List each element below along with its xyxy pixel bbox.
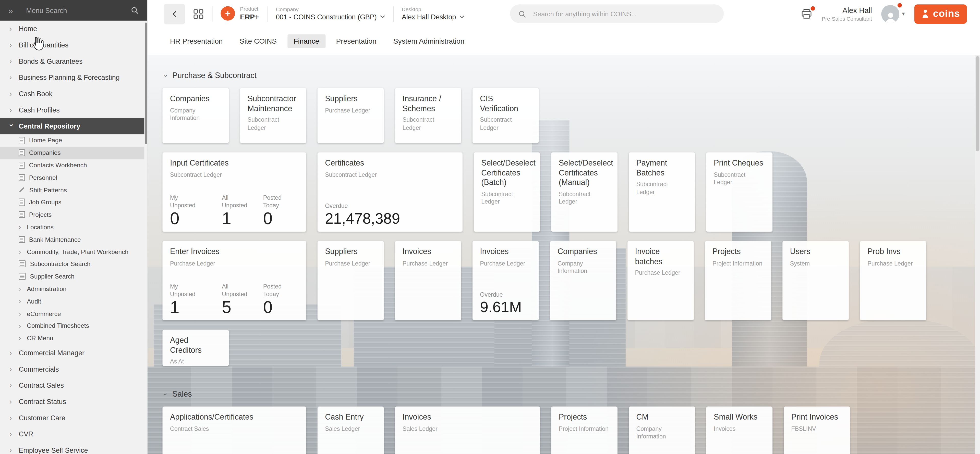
tab-finance[interactable]: Finance — [288, 35, 326, 48]
card-cm[interactable]: CMCompany Information — [629, 406, 695, 454]
sidebar-item-combined-timesheets[interactable]: ›Combined Timesheets — [0, 319, 145, 332]
sidebar-item-employee-self-service[interactable]: ›Employee Self Service — [0, 442, 145, 454]
card-print-invoices[interactable]: Print InvoicesFBSLINV — [784, 406, 850, 454]
card-invoice-batches[interactable]: Invoice batchesPurchase Ledger — [627, 241, 694, 321]
chevron-right-icon: › — [19, 298, 22, 305]
global-search-input[interactable] — [532, 10, 716, 18]
card-invoices[interactable]: InvoicesPurchase Ledger — [395, 241, 461, 321]
metric-label: Overdue — [480, 291, 522, 298]
desktop-selector[interactable]: DesktopAlex Hall Desktop — [402, 6, 464, 21]
card-cash-entry[interactable]: Cash EntrySales Ledger — [318, 406, 384, 454]
sidebar-item-customer-care[interactable]: ›Customer Care — [0, 410, 145, 426]
sidebar-item-label: Combined Timesheets — [27, 322, 89, 329]
sidebar-item-cr-menu[interactable]: ›CR Menu — [0, 332, 145, 344]
sidebar-item-audit[interactable]: ›Audit — [0, 295, 145, 307]
card-enter-invoices[interactable]: Enter Invoices Purchase Ledger My Unpost… — [162, 241, 306, 321]
menu-search-bar[interactable]: » Menu Search — [0, 0, 147, 21]
card-insurance-schemes[interactable]: Insurance / SchemesSubcontract Ledger — [395, 88, 461, 143]
user-name: Alex Hall — [822, 6, 872, 15]
card-subcontractor-maintenance[interactable]: Subcontractor MaintenanceSubcontract Led… — [240, 88, 306, 143]
document-icon — [19, 162, 24, 168]
tab-site-coins[interactable]: Site COINS — [233, 35, 283, 48]
coins-logo[interactable]: coins — [914, 4, 967, 24]
card-select-deselect-certificates-manual[interactable]: Select/Deselect Certificates (Manual)Sub… — [551, 152, 617, 232]
card-companies[interactable]: CompaniesCompany Information — [162, 88, 229, 143]
sidebar-item-cash-profiles[interactable]: ›Cash Profiles — [0, 102, 145, 118]
tab-hr-presentation[interactable]: HR Presentation — [164, 35, 229, 48]
sidebar-item-companies[interactable]: Companies — [0, 147, 145, 159]
card-print-cheques[interactable]: Print ChequesSubcontract Ledger — [706, 152, 773, 232]
main-scrollbar-thumb[interactable] — [976, 56, 980, 151]
avatar[interactable] — [881, 5, 900, 23]
main-scrollbar[interactable] — [975, 55, 980, 454]
company-selector[interactable]: Company001 - COINS Construction (GBP) — [276, 6, 385, 21]
sidebar-item-projects[interactable]: Projects — [0, 208, 145, 221]
sidebar-item-personnel[interactable]: Personnel — [0, 171, 145, 184]
card-users[interactable]: UsersSystem — [783, 241, 849, 321]
sidebar-scrollbar[interactable] — [145, 21, 147, 454]
stat-label: My Unposted — [170, 283, 201, 298]
user-menu[interactable]: ▾ — [881, 5, 905, 23]
card-suppliers[interactable]: SuppliersPurchase Ledger — [318, 88, 384, 143]
sidebar-scrollbar-thumb[interactable] — [145, 22, 146, 144]
sidebar-item-cash-book[interactable]: ›Cash Book — [0, 86, 145, 102]
sidebar-item-business-planning-forecasting[interactable]: ›Business Planning & Forecasting — [0, 69, 145, 86]
chevron-down-icon: › — [8, 124, 15, 128]
tab-presentation[interactable]: Presentation — [330, 35, 383, 48]
sidebar-item-contract-status[interactable]: ›Contract Status — [0, 393, 145, 410]
sidebar-item-shift-patterns[interactable]: Shift Patterns — [0, 184, 145, 196]
sidebar-item-label: Cash Book — [19, 90, 52, 97]
global-search[interactable] — [510, 4, 724, 23]
sidebar-item-home-page[interactable]: Home Page — [0, 134, 145, 146]
print-button[interactable] — [800, 8, 813, 19]
sidebar-item-job-groups[interactable]: Job Groups — [0, 196, 145, 208]
sidebar-item-ecommerce[interactable]: ›eCommerce — [0, 307, 145, 319]
sidebar-item-administration[interactable]: ›Administration — [0, 283, 145, 295]
card-input-certificates[interactable]: Input Certificates Subcontract Ledger My… — [162, 152, 306, 232]
chevron-right-icon: › — [10, 106, 14, 113]
card-prob-invs[interactable]: Prob InvsPurchase Ledger — [860, 241, 926, 321]
card-projects[interactable]: ProjectsProject Information — [705, 241, 772, 321]
sidebar-item-commercial-manager[interactable]: ›Commercial Manager — [0, 344, 145, 360]
card-projects[interactable]: ProjectsProject Information — [551, 406, 617, 454]
sidebar-item-cvr[interactable]: ›CVR — [0, 426, 145, 442]
stat-label: All Unposted — [222, 283, 253, 298]
card-select-deselect-certificates-batch[interactable]: Select/Deselect Certificates (Batch)Subc… — [474, 152, 540, 232]
card-payment-batches[interactable]: Payment BatchesSubcontract Ledger — [629, 152, 695, 232]
card-aged-creditors[interactable]: Aged CreditorsAs At — [162, 330, 229, 366]
sidebar-item-bank-maintenance[interactable]: Bank Maintenance — [0, 233, 145, 245]
sidebar: » Menu Search ›Home ›Bill of Quantities … — [0, 0, 148, 454]
tab-system-administration[interactable]: System Administration — [387, 35, 471, 48]
sidebar-item-bonds-guarantees[interactable]: ›Bonds & Guarantees — [0, 53, 145, 69]
card-companies[interactable]: CompaniesCompany Information — [550, 241, 616, 321]
sidebar-item-contacts-workbench[interactable]: Contacts Workbench — [0, 159, 145, 171]
sidebar-item-contract-sales[interactable]: ›Contract Sales — [0, 377, 145, 393]
topbar-right-group: Alex Hall Pre-Sales Consultant ▾ coins — [800, 0, 967, 27]
card-suppliers[interactable]: SuppliersPurchase Ledger — [318, 241, 384, 321]
chevron-right-icon: › — [19, 310, 22, 317]
sidebar-item-bill-of-quantities[interactable]: ›Bill of Quantities — [0, 37, 145, 53]
card-invoices-sales[interactable]: Invoices Sales Ledger Overdue — [395, 406, 540, 454]
card-applications-certificates[interactable]: Applications/Certificates Contract Sales… — [162, 406, 306, 454]
sidebar-item-central-repository[interactable]: ›Central Repository — [0, 118, 145, 135]
chevron-right-icon: › — [10, 414, 14, 421]
back-button[interactable] — [164, 3, 185, 24]
card-invoices-overdue[interactable]: Invoices Purchase Ledger Overdue9.61M — [473, 241, 539, 321]
section-header-purchase-subcontract[interactable]: › Purchase & Subcontract — [164, 71, 980, 80]
sidebar-item-supplier-search[interactable]: Supplier Search — [0, 270, 145, 283]
card-cis-verification[interactable]: CIS VerificationSubcontract Ledger — [473, 88, 539, 143]
card-certificates[interactable]: Certificates Subcontract Ledger Overdue2… — [318, 152, 463, 232]
sidebar-item-commercials[interactable]: ›Commercials — [0, 360, 145, 377]
product-selector[interactable]: + ProductERP+ — [221, 6, 259, 21]
menu-search-placeholder[interactable]: Menu Search — [26, 6, 130, 14]
collapse-sidebar-icon[interactable]: » — [8, 6, 13, 14]
card-subtitle: Sales Ledger — [325, 425, 376, 433]
sidebar-item-locations[interactable]: ›Locations — [0, 221, 145, 233]
apps-grid-icon[interactable] — [193, 8, 204, 19]
section-header-sales[interactable]: › Sales — [164, 390, 980, 398]
card-small-works[interactable]: Small WorksInvoices — [706, 406, 773, 454]
card-title: Select/Deselect Certificates (Manual) — [559, 159, 610, 188]
sidebar-item-subcontractor-search[interactable]: Subcontractor Search — [0, 258, 145, 270]
sidebar-item-commodity-trade-plant-workbench[interactable]: ›Commodity, Trade, Plant Workbench — [0, 246, 145, 258]
sidebar-item-home[interactable]: ›Home — [0, 21, 145, 37]
